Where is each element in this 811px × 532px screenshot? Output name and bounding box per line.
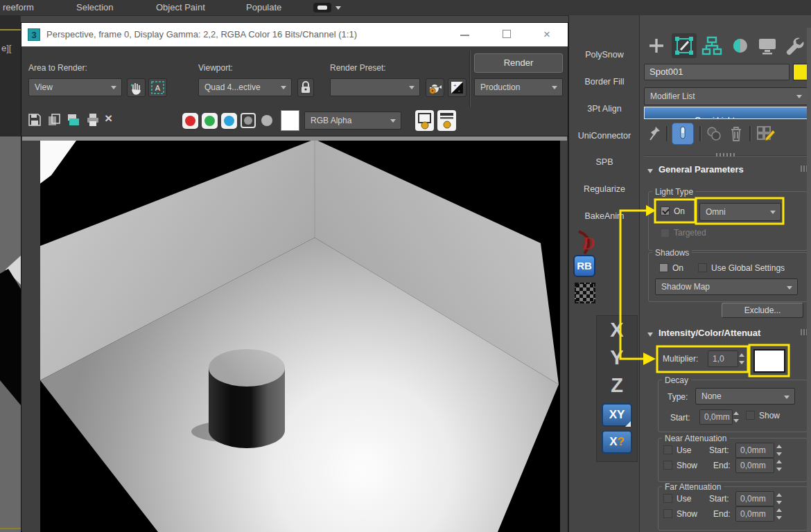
far-use-label[interactable]: Use — [677, 494, 691, 504]
axis-z-button[interactable]: Z — [596, 374, 638, 397]
monochrome-channel-button[interactable] — [261, 115, 272, 126]
shadow-generator-dropdown[interactable]: Shadow Map — [655, 278, 798, 295]
far-start-field[interactable]: 0,0mm — [735, 491, 774, 506]
show-end-result-icon[interactable] — [672, 123, 694, 145]
decay-start-spinner[interactable] — [733, 409, 740, 425]
rollout-collapse-icon[interactable] — [647, 332, 653, 337]
far-show-label[interactable]: Show — [677, 509, 697, 519]
near-start-field[interactable]: 0,0mm — [735, 443, 774, 458]
copy-to-clipboard-icon[interactable] — [66, 112, 81, 130]
tab-display[interactable] — [755, 33, 780, 58]
tab-hierarchy[interactable] — [699, 33, 724, 58]
near-use-label[interactable]: Use — [677, 445, 691, 455]
decay-show-checkbox[interactable] — [746, 411, 755, 420]
rollout-title-intensity[interactable]: Intensity/Color/Attenuat — [659, 328, 760, 338]
far-start-spinner[interactable] — [776, 491, 783, 506]
blue-channel-button[interactable] — [221, 113, 237, 129]
window-titlebar[interactable]: 3 Perspective, frame 0, Display Gamma: 2… — [21, 23, 568, 46]
rollout-collapse-icon[interactable] — [647, 169, 653, 173]
area-to-render-dropdown[interactable]: View — [28, 78, 122, 96]
remove-modifier-trash-icon[interactable] — [727, 124, 745, 143]
pin-stack-icon[interactable] — [648, 125, 662, 143]
script-button-regularize[interactable]: Regularize — [572, 180, 637, 198]
shadows-on-checkbox[interactable] — [659, 263, 668, 272]
multiplier-field[interactable]: 1,0 — [708, 351, 738, 367]
decay-show-label[interactable]: Show — [759, 411, 780, 420]
green-channel-button[interactable] — [202, 113, 218, 129]
far-show-checkbox[interactable] — [663, 509, 672, 518]
near-use-checkbox[interactable] — [663, 445, 672, 454]
layered-image-icon[interactable] — [415, 110, 434, 131]
use-global-settings-label[interactable]: Use Global Settings — [711, 263, 785, 273]
red-channel-button[interactable] — [182, 113, 198, 129]
print-image-icon[interactable] — [85, 112, 101, 130]
menu-freeform[interactable]: reeform — [3, 2, 34, 12]
viewport-dropdown[interactable]: Quad 4...ective — [198, 78, 292, 96]
light-type-dropdown[interactable]: Omni — [699, 203, 781, 221]
clear-image-icon[interactable]: × — [105, 111, 112, 126]
targeted-checkbox[interactable] — [661, 229, 670, 238]
shadows-on-label[interactable]: On — [672, 263, 683, 273]
script-button-border-fill[interactable]: Border Fill — [572, 73, 637, 91]
maximize-button[interactable] — [496, 27, 517, 42]
gamma-icon[interactable]: + - — [448, 78, 466, 97]
modifier-list-dropdown[interactable]: Modifier List — [644, 87, 808, 105]
rappatools-icon[interactable]: RB — [573, 255, 595, 277]
tab-motion[interactable] — [727, 33, 752, 58]
splitter-handle[interactable] — [716, 153, 737, 157]
light-on-checkbox[interactable] — [661, 206, 670, 215]
ribbon-minimize-icon[interactable] — [313, 3, 331, 12]
near-show-label[interactable]: Show — [677, 461, 697, 470]
background-color-swatch[interactable] — [281, 110, 299, 131]
lock-viewport-icon[interactable] — [297, 78, 314, 97]
light-on-label[interactable]: On — [674, 206, 685, 216]
script-button-polysnow[interactable]: PolySnow — [572, 46, 637, 64]
make-unique-icon[interactable] — [705, 125, 723, 143]
render-preset-dropdown[interactable] — [330, 78, 420, 96]
near-end-field[interactable]: 0,0mm — [735, 458, 774, 473]
minimize-button[interactable] — [455, 27, 476, 42]
checker-map-icon[interactable] — [575, 283, 595, 303]
pan-hand-icon[interactable] — [127, 78, 146, 97]
script-button-bakeanim[interactable]: BakeAnim — [572, 207, 637, 225]
debrismaker-icon[interactable]: D — [575, 229, 600, 256]
tab-create[interactable] — [644, 33, 669, 58]
render-setup-teapot-icon[interactable] — [426, 78, 444, 97]
menu-populate[interactable]: Populate — [246, 2, 281, 12]
render-target-dropdown[interactable]: Production — [474, 78, 563, 96]
close-button[interactable]: × — [537, 27, 557, 42]
near-start-spinner[interactable] — [776, 443, 783, 458]
tab-modify[interactable] — [672, 33, 697, 58]
near-end-spinner[interactable] — [776, 458, 783, 473]
rollout-title-general-parameters[interactable]: General Parameters — [659, 164, 744, 175]
far-use-checkbox[interactable] — [663, 494, 672, 503]
script-button-uniconnector[interactable]: UniConnector — [572, 127, 637, 145]
vfb-settings-icon[interactable] — [437, 110, 456, 131]
modifier-stack-selected-row[interactable]: Omni Light — [644, 107, 809, 119]
alpha-channel-button[interactable] — [241, 113, 256, 128]
decay-type-dropdown[interactable]: None — [695, 388, 795, 405]
exclude-button[interactable]: Exclude... — [722, 303, 803, 318]
menu-object-paint[interactable]: Object Paint — [156, 2, 205, 12]
far-end-field[interactable]: 0,0mm — [735, 506, 774, 522]
panel-scrollbar[interactable] — [807, 28, 811, 532]
configure-modifier-sets-icon[interactable] — [755, 124, 776, 143]
use-global-settings-checkbox[interactable] — [698, 263, 707, 272]
script-button-spb[interactable]: SPB — [572, 153, 637, 171]
menu-selection[interactable]: Selection — [76, 2, 113, 12]
axis-x-button[interactable]: X — [596, 319, 638, 342]
far-end-spinner[interactable] — [776, 506, 783, 522]
auto-region-icon[interactable]: A — [148, 78, 167, 97]
render-button[interactable]: Render — [474, 53, 563, 73]
save-image-icon[interactable] — [27, 112, 42, 130]
tab-utilities[interactable] — [783, 33, 808, 58]
chevron-down-icon[interactable] — [335, 6, 341, 10]
axis-y-button[interactable]: Y — [596, 346, 638, 369]
decay-start-field[interactable]: 0,0mm — [699, 409, 733, 425]
script-button-3pt-align[interactable]: 3Pt Align — [572, 100, 637, 118]
channel-display-dropdown[interactable]: RGB Alpha — [304, 112, 401, 130]
rendered-image[interactable] — [40, 141, 560, 532]
axis-xq-button[interactable]: X? — [602, 430, 632, 454]
multiplier-spinner[interactable] — [738, 351, 745, 366]
near-show-checkbox[interactable] — [663, 461, 672, 470]
